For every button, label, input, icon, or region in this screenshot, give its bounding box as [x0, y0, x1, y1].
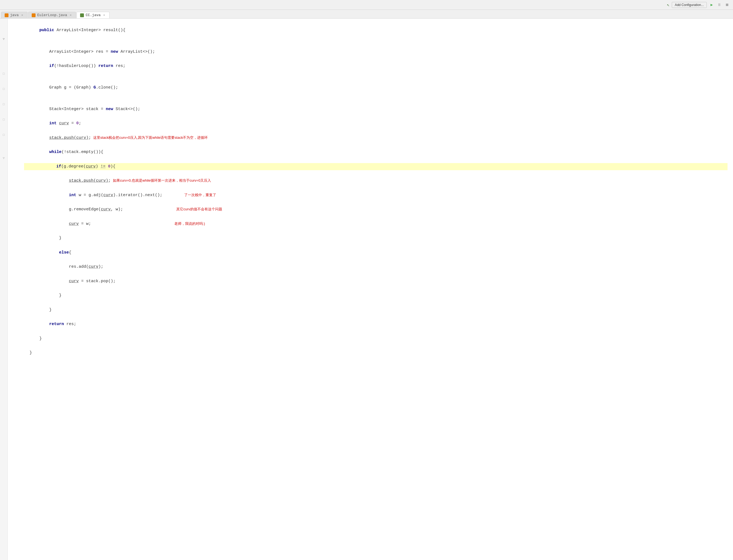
- annotation-line10a: 如果curv=0,也就是while循环第一次进来，相当于curv=0又压入: [113, 178, 211, 182]
- code-line-9: if(g.degree(curv) != 0){: [24, 163, 728, 170]
- gutter-icon-3[interactable]: □: [1, 85, 7, 93]
- gutter-icon-1[interactable]: ▽: [1, 35, 7, 43]
- eulerloop-file-icon: [32, 13, 36, 17]
- annotation-line11: 其它curv的值不会有这个问题: [176, 207, 222, 211]
- code-line-2: ArrayList<Integer> res = new ArrayList<>…: [27, 48, 725, 55]
- toolbar: ↖ Add Configuration... ▶ ⏸ ⏹: [0, 0, 733, 10]
- left-gutter: ▽ □ □ □ □ □ ▽: [0, 19, 8, 560]
- tab-java-close[interactable]: ×: [20, 13, 24, 17]
- code-line-5: Stack<Integer> stack = new Stack<>();: [27, 106, 725, 113]
- code-line-3: if(!hasEulerLoop()) return res;: [27, 63, 725, 70]
- tab-eulerloop[interactable]: EulerLoop.java ×: [28, 12, 76, 18]
- gutter-icon-6[interactable]: □: [1, 131, 7, 139]
- gutter-icon-7[interactable]: ▽: [1, 154, 7, 162]
- gutter-icon-2[interactable]: □: [1, 70, 7, 78]
- gutter-icon-4[interactable]: □: [1, 101, 7, 108]
- debug-button[interactable]: ⏸: [717, 2, 722, 8]
- code-line-21: }: [27, 335, 725, 342]
- editor-container: ▽ □ □ □ □ □ ▽ public ArrayList<Integer> …: [0, 19, 733, 560]
- run-button[interactable]: ▶: [709, 2, 714, 8]
- cc-file-icon: [80, 13, 84, 17]
- tab-java[interactable]: java ×: [1, 12, 28, 18]
- code-line-16: res.add(curv);: [27, 263, 725, 270]
- code-line-10: stack.push(curv);如果curv=0,也就是while循环第一次进…: [27, 177, 725, 184]
- gutter-icon-5[interactable]: □: [1, 116, 7, 123]
- code-line-11: int w = g.adj(curv).iterator().next();了一…: [27, 192, 725, 199]
- tab-java-label: java: [10, 13, 19, 17]
- code-line-13: curv = w;老师，我说的对吗:): [27, 220, 725, 228]
- tab-eulerloop-close[interactable]: ×: [69, 13, 72, 17]
- annotation-line10b: 了一次栈中，重复了: [184, 193, 216, 197]
- annotation-line7: 这里stack栈会把curv=0压入,因为下面while语句需要stack不为空…: [93, 135, 208, 140]
- tab-eulerloop-label: EulerLoop.java: [37, 13, 67, 17]
- tab-cc[interactable]: CC.java ×: [76, 12, 110, 18]
- tab-cc-close[interactable]: ×: [102, 13, 106, 17]
- code-line-22: }: [27, 349, 725, 356]
- code-line-7: stack.push(curv);这里stack栈会把curv=0压入,因为下面…: [27, 134, 725, 142]
- tab-cc-label: CC.java: [86, 13, 101, 17]
- code-line-12: g.removeEdge(curv, w);其它curv的值不会有这个问题: [27, 206, 725, 213]
- code-line-6: int curv = 0;: [27, 120, 725, 127]
- code-line-20: return res;: [27, 321, 725, 328]
- code-line-15: else{: [27, 249, 725, 256]
- code-editor[interactable]: public ArrayList<Integer> result(){ Arra…: [8, 19, 733, 560]
- code-line-4: Graph g = (Graph) G.clone();: [27, 84, 725, 91]
- code-line-17: curv = stack.pop();: [27, 278, 725, 285]
- stop-button[interactable]: ⏹: [724, 2, 730, 8]
- code-line-14: }: [27, 235, 725, 242]
- code-line-1: public ArrayList<Integer> result(){: [27, 27, 725, 34]
- java-file-icon: [5, 13, 8, 17]
- code-line-18: }: [27, 292, 725, 299]
- code-line-19: }: [27, 306, 725, 314]
- add-configuration-button[interactable]: Add Configuration...: [672, 2, 707, 8]
- tab-bar: java × EulerLoop.java × CC.java ×: [0, 10, 733, 19]
- annotation-line12: 老师，我说的对吗:): [174, 222, 205, 226]
- code-line-8: while(!stack.empty()){: [27, 149, 725, 156]
- arrow-icon: ↖: [667, 2, 670, 8]
